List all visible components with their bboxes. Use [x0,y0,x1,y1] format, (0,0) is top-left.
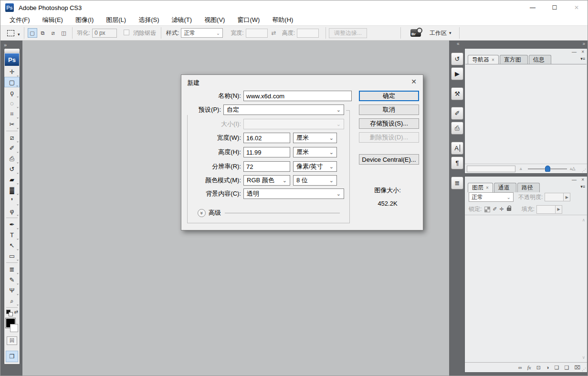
tool-lasso[interactable]: ϙ [4,87,20,98]
expand-dock-icon[interactable]: » [582,41,585,46]
tool-hand[interactable]: Ψ [4,285,20,295]
tool-zoom[interactable]: ⌕ [4,295,20,306]
resize-grip-icon[interactable]: ⋰ [582,367,586,372]
tool-eyedropper[interactable]: ✎ [4,274,20,285]
dialog-button-delete-preset[interactable]: 删除预设(D)... [359,132,419,143]
menu-item[interactable]: 滤镜(T) [165,15,198,25]
tool-blur[interactable]: ❜ [4,195,20,206]
default-colors-bg-icon[interactable] [9,312,13,316]
tool-pen[interactable]: ✒ [4,219,20,230]
menu-item[interactable]: 编辑(E) [36,15,69,25]
scroll-up-icon[interactable]: ∧ [582,218,585,222]
height-unit-dropdown[interactable]: 厘米 ⌄ [293,147,337,157]
workspace-menu[interactable]: 工作区 ▾ [430,29,452,37]
panel-close-icon[interactable]: × [581,49,584,54]
minimize-button[interactable]: — [522,0,544,15]
maximize-button[interactable]: ☐ [544,0,566,15]
menu-item[interactable]: 视图(V) [198,15,231,25]
tool-path-selection[interactable]: ↖ [4,240,20,251]
lock-transparency-icon[interactable] [484,207,490,212]
strip-clone-source[interactable]: ⎙ [451,122,463,135]
layers-action-layer-mask[interactable]: ⊡ [536,365,541,371]
scroll-down-icon[interactable]: ∨ [582,355,585,360]
layers-action-new-group[interactable]: ❏ [555,365,559,371]
width-unit-dropdown[interactable]: 厘米 ⌄ [293,133,337,143]
width-input[interactable] [243,133,290,143]
menu-item[interactable]: 图层(L) [100,15,132,25]
preset-dropdown[interactable]: 自定 ⌄ [223,104,344,115]
mode-button-new-selection[interactable]: ▢ [28,28,37,38]
menu-item[interactable]: 帮助(H) [266,15,299,25]
lock-image-icon[interactable]: ✐ [493,206,497,212]
screen-mode-button[interactable]: ❐ [6,351,18,362]
style-dropdown[interactable]: 正常 ⌄ [181,28,223,38]
strip-paragraph[interactable]: ¶ [451,157,463,169]
fill-arrow-icon[interactable]: ▶ [556,205,562,214]
tab-histogram[interactable]: 直方图 [500,55,528,64]
antialias-checkbox[interactable] [124,30,131,37]
tab-close-icon[interactable]: × [486,185,489,190]
tool-eraser[interactable]: ▰ [4,174,20,185]
tool-history-brush[interactable]: ↺ [4,164,20,174]
strip-actions[interactable]: ▶ [451,67,463,80]
lock-position-icon[interactable]: ✛ [500,206,504,212]
tool-healing-brush[interactable]: ⧄ [4,132,20,143]
menu-item[interactable]: 选择(S) [132,15,165,25]
tool-dodge[interactable]: φ [4,206,20,216]
tool-preset-arrow-icon[interactable]: ▾ [18,32,20,37]
panel-menu-icon[interactable]: ▾≡ [580,184,585,189]
zoom-percent-input[interactable] [467,166,515,172]
tool-move[interactable]: ✛ [4,66,20,77]
tool-quick-selection[interactable]: ◌ [4,98,20,108]
menu-item[interactable]: 图像(I) [69,15,100,25]
quick-mask-button[interactable]: 回 [7,336,17,345]
zoom-in-icon[interactable]: ▵△ [570,166,575,171]
menu-item[interactable]: 文件(F) [3,15,36,25]
mode-button-intersect-selection[interactable]: ◫ [59,28,69,38]
resolution-unit-dropdown[interactable]: 像素/英寸 ⌄ [293,161,337,172]
width-input[interactable] [246,29,268,38]
dialog-button-save-preset[interactable]: 存储预设(S)... [359,118,419,129]
layers-action-link[interactable]: ∞ [518,365,522,370]
blend-mode-dropdown[interactable]: 正常 ⌄ [469,192,514,202]
tool-clone-stamp[interactable]: ⎙ [4,153,20,164]
refine-edge-button[interactable]: 调整边缘... [329,28,367,38]
close-button[interactable]: ✕ [566,0,588,15]
tool-gradient[interactable]: ▓ [4,185,20,195]
tool-slice[interactable]: ✂ [4,119,20,129]
lock-all-icon[interactable] [507,208,511,211]
dialog-button-ok[interactable]: 确定 [359,91,419,101]
color-mode-dropdown[interactable]: RGB 颜色 ⌄ [243,175,290,186]
height-input[interactable] [297,29,319,38]
advanced-expand-button[interactable]: » [198,209,206,217]
panel-menu-icon[interactable]: ▾≡ [580,56,585,61]
strip-character[interactable]: A [451,142,463,155]
resolution-input[interactable] [243,161,290,172]
strip-tool-presets[interactable]: ⚒ [451,87,463,100]
tool-notes[interactable]: ≣ [4,264,20,274]
tab-close-icon[interactable]: × [492,57,494,63]
current-tool-icon[interactable] [4,28,17,38]
tab-navigator[interactable]: 导航器× [468,55,499,64]
zoom-out-icon[interactable]: ▵ [520,166,522,171]
strip-history[interactable]: ↺ [451,52,463,65]
height-input[interactable] [243,147,290,157]
swap-dimensions-icon[interactable]: ⇄ [272,30,276,36]
background-color-swatch[interactable] [10,324,18,332]
layers-action-adjustment-layer[interactable]: ◑ [546,365,549,370]
dialog-button-device-central[interactable]: Device Central(E)... [359,154,419,165]
opacity-arrow-icon[interactable]: ▶ [564,193,570,201]
strip-layer-comps[interactable]: ≣ [451,177,463,189]
tab-info[interactable]: 信息 [529,55,551,64]
dialog-close-icon[interactable]: ✕ [411,78,417,85]
bit-depth-dropdown[interactable]: 8 位 ⌄ [293,175,337,186]
resize-grip-icon[interactable]: ⋰ [582,168,586,173]
tool-rectangular-marquee[interactable]: ▢ [4,77,20,87]
zoom-slider[interactable] [528,168,567,169]
toolbox-grip[interactable] [4,49,20,53]
swap-colors-icon[interactable]: ⇄ [14,309,18,314]
panel-minimize-icon[interactable]: — [572,49,577,54]
panel-close-icon[interactable]: × [581,177,584,182]
dialog-button-cancel[interactable]: 取消 [359,104,419,115]
mode-button-add-to-selection[interactable]: ⧉ [38,28,48,38]
